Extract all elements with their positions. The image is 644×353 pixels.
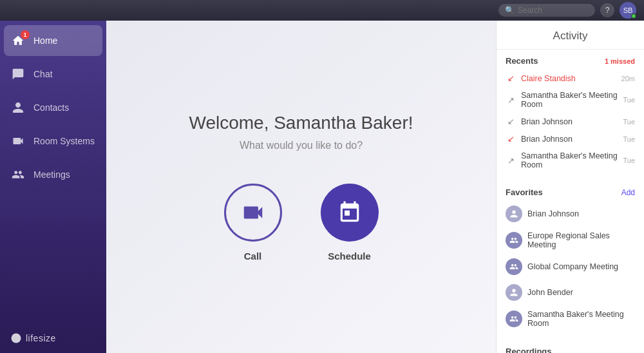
schedule-action[interactable]: Schedule — [321, 184, 379, 262]
fav-avatar — [506, 284, 522, 301]
favorite-item[interactable]: Europe Regional Sales Meeting — [497, 227, 644, 254]
recent-name: Samantha Baker's Meeting Room — [521, 151, 618, 169]
schedule-label: Schedule — [328, 251, 371, 262]
help-icon[interactable]: ? — [600, 3, 614, 17]
fav-avatar — [506, 310, 522, 327]
favorite-item[interactable]: Samantha Baker's Meeting Room — [497, 305, 644, 332]
recent-name: Claire Standish — [521, 74, 616, 83]
recent-name: Brian Johnson — [521, 117, 618, 126]
recent-item[interactable]: ↗ Samantha Baker's Meeting Room Tue — [497, 148, 644, 173]
sidebar-logo: lifesize — [0, 323, 106, 353]
sidebar: Home 1 Chat Contacts Room Systems — [0, 21, 106, 353]
missed-call-icon: ↙ — [506, 73, 516, 83]
recent-time: Tue — [623, 96, 635, 104]
recent-time: Tue — [623, 135, 635, 143]
recent-item[interactable]: ↗ Samantha Baker's Meeting Room Tue — [497, 87, 644, 113]
sidebar-item-home[interactable]: Home 1 — [4, 25, 102, 56]
right-panel: Activity Recents 1 missed ↙ Claire Stand… — [496, 21, 644, 353]
recent-time: Tue — [623, 118, 635, 126]
svg-point-0 — [12, 334, 21, 343]
add-favorite-button[interactable]: Add — [621, 188, 635, 197]
fav-name: Europe Regional Sales Meeting — [527, 231, 635, 249]
action-buttons: Call Schedule — [224, 184, 379, 262]
recent-name: Brian Johnson — [521, 135, 618, 144]
call-circle[interactable] — [224, 184, 282, 242]
chat-icon — [10, 66, 26, 82]
home-badge: 1 — [21, 30, 30, 39]
sidebar-label-room-systems: Room Systems — [33, 136, 95, 146]
room-systems-icon — [10, 133, 26, 149]
call-label: Call — [244, 251, 262, 262]
search-input[interactable] — [518, 6, 589, 15]
sidebar-item-contacts[interactable]: Contacts — [0, 91, 106, 124]
schedule-circle[interactable] — [321, 184, 379, 242]
fav-name: John Bender — [527, 288, 573, 297]
call-action[interactable]: Call — [224, 184, 282, 262]
logo-text: lifesize — [26, 333, 56, 343]
sidebar-label-meetings: Meetings — [33, 169, 70, 180]
panel-title: Activity — [497, 21, 644, 50]
top-bar: 🔍 ? SB — [0, 0, 644, 21]
recent-time: 20m — [621, 75, 635, 82]
sidebar-item-room-systems[interactable]: Room Systems — [0, 124, 106, 158]
fav-avatar — [506, 232, 522, 249]
fav-name: Global Company Meeting — [527, 262, 618, 271]
sidebar-label-contacts: Contacts — [33, 102, 69, 113]
recent-time: Tue — [623, 157, 635, 164]
recent-name: Samantha Baker's Meeting Room — [521, 91, 618, 109]
fav-avatar — [506, 258, 522, 275]
favorite-item[interactable]: Brian Johnson — [497, 201, 644, 227]
missed-call-icon: ↙ — [506, 134, 516, 144]
favorites-title: Favorites — [506, 187, 543, 197]
outgoing-call-icon: ↗ — [506, 95, 516, 105]
sidebar-item-chat[interactable]: Chat — [0, 57, 106, 91]
outgoing-call-icon: ↗ — [506, 156, 516, 166]
content-area: Welcome, Samantha Baker! What would you … — [106, 21, 496, 353]
favorite-item[interactable]: John Bender — [497, 280, 644, 305]
welcome-subtitle: What would you like to do? — [240, 140, 363, 151]
favorites-header: Favorites Add — [497, 181, 644, 201]
search-box[interactable]: 🔍 — [498, 4, 595, 17]
welcome-title: Welcome, Samantha Baker! — [189, 113, 413, 133]
recordings-section: Recordings View Recordings — [497, 340, 644, 353]
recordings-title: Recordings — [506, 347, 635, 353]
sidebar-label-home: Home — [33, 35, 57, 46]
fav-name: Samantha Baker's Meeting Room — [527, 310, 635, 328]
main-layout: Home 1 Chat Contacts Room Systems — [0, 21, 644, 353]
recent-item[interactable]: ↙ Brian Johnson Tue — [497, 130, 644, 148]
recent-item[interactable]: ↙ Claire Standish 20m — [497, 70, 644, 87]
meetings-icon — [10, 167, 26, 182]
favorite-item[interactable]: Global Company Meeting — [497, 254, 644, 280]
recent-item[interactable]: ↙ Brian Johnson Tue — [497, 113, 644, 130]
recents-title: Recents — [506, 56, 538, 66]
sidebar-item-meetings[interactable]: Meetings — [0, 158, 106, 191]
contacts-icon — [10, 100, 26, 115]
status-dot — [631, 14, 636, 19]
user-avatar-top[interactable]: SB — [620, 2, 636, 19]
fav-name: Brian Johnson — [527, 209, 579, 218]
recents-header: Recents 1 missed — [497, 50, 644, 70]
missed-badge: 1 missed — [605, 57, 635, 65]
sidebar-label-chat: Chat — [33, 69, 53, 79]
search-icon: 🔍 — [505, 6, 515, 15]
fav-avatar — [506, 205, 522, 222]
incoming-call-icon: ↙ — [506, 117, 516, 126]
